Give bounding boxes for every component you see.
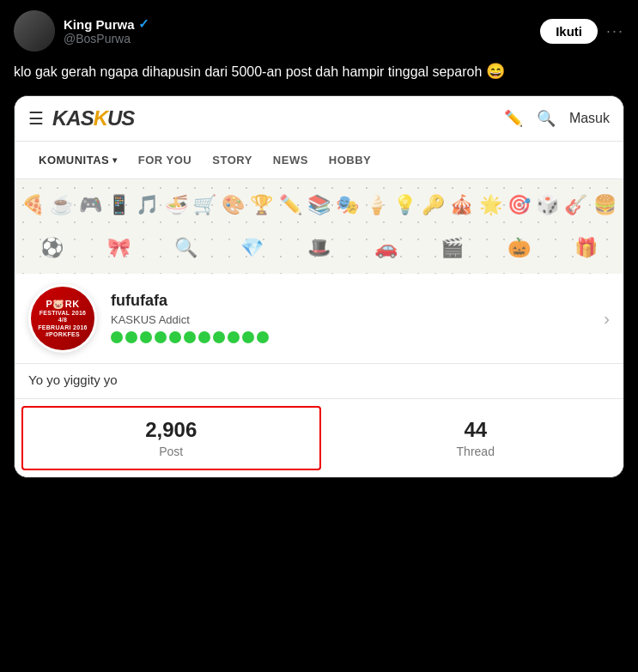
profile-section: P🐷RK FESTIVAL 2016 4/8 FEBRUARI 2016 #PO…	[15, 274, 623, 364]
rank-dot-4	[155, 331, 167, 343]
kaskus-embed-card: ☰ KASKUS ✏️ 🔍 Masuk KOMUNITAS ▾ FOR YOU …	[14, 95, 624, 478]
avatar-badge: P🐷RK FESTIVAL 2016 4/8 FEBRUARI 2016 #PO…	[31, 287, 94, 350]
rank-dot-6	[184, 331, 196, 343]
hamburger-icon[interactable]: ☰	[28, 108, 44, 129]
nav-news[interactable]: NEWS	[263, 148, 319, 172]
rank-dot-8	[213, 331, 225, 343]
rank-dot-10	[242, 331, 254, 343]
name-text: King Purwa	[64, 17, 135, 32]
profile-info: fufufafa KASKUS Addict	[111, 292, 590, 345]
user-info: King Purwa ✓ @BosPurwa	[64, 16, 149, 45]
more-button[interactable]: ···	[606, 22, 624, 40]
kaskus-header: ☰ KASKUS ✏️ 🔍 Masuk	[15, 96, 623, 142]
rank-dot-1	[111, 331, 123, 343]
banner-area: 🍕 ☕ 🎮 📱 🎵 🍜 🛒 🎨 🏆 ✏️ 📚 🎭 🍦 💡 🔑 🎪 🌟 🎯 🎲	[15, 179, 623, 274]
verified-icon: ✓	[138, 16, 149, 32]
badge-date: 4/8	[58, 317, 68, 324]
profile-bio: Yo yo yiggity yo	[15, 364, 623, 399]
thread-count: 44	[464, 418, 487, 443]
nav-story[interactable]: STORY	[202, 148, 263, 172]
nav-komunitas[interactable]: KOMUNITAS ▾	[28, 148, 128, 172]
masuk-button[interactable]: Masuk	[569, 111, 610, 126]
badge-title: P🐷RK	[46, 299, 79, 310]
rank-dot-2	[125, 331, 137, 343]
tweet-text: klo gak gerah ngapa dihapusin dari 5000-…	[14, 60, 624, 83]
username: @BosPurwa	[64, 32, 149, 45]
tweet-body: klo gak gerah ngapa dihapusin dari 5000-…	[14, 64, 482, 79]
tweet-header: King Purwa ✓ @BosPurwa Ikuti ···	[14, 10, 624, 51]
kaskus-nav: KOMUNITAS ▾ FOR YOU STORY NEWS HOBBY	[15, 142, 623, 179]
kaskus-logo: KASKUS	[52, 106, 134, 130]
rank-dot-7	[198, 331, 210, 343]
display-name: King Purwa ✓	[64, 16, 149, 32]
profile-avatar: P🐷RK FESTIVAL 2016 4/8 FEBRUARI 2016 #PO…	[28, 284, 97, 353]
bio-text: Yo yo yiggity yo	[28, 372, 118, 387]
tweet-user: King Purwa ✓ @BosPurwa	[14, 10, 149, 51]
rank-dots	[111, 331, 590, 343]
nav-hobby[interactable]: HOBBY	[319, 148, 381, 172]
kaskus-header-right: ✏️ 🔍 Masuk	[504, 109, 610, 128]
stat-post-box[interactable]: 2,906 Post	[21, 406, 321, 470]
follow-button[interactable]: Ikuti	[540, 19, 598, 44]
avatar	[14, 10, 55, 51]
pencil-icon[interactable]: ✏️	[504, 109, 523, 128]
post-count: 2,906	[145, 418, 197, 443]
stats-section: 2,906 Post 44 Thread	[15, 399, 623, 477]
nav-foryou[interactable]: FOR YOU	[128, 148, 203, 172]
badge-hashtag: #PORKFES	[46, 331, 80, 338]
stat-thread-box[interactable]: 44 Thread	[328, 399, 624, 477]
badge-subtitle: FESTIVAL 2016	[39, 310, 87, 317]
banner-doodles: 🍕 ☕ 🎮 📱 🎵 🍜 🛒 🎨 🏆 ✏️ 📚 🎭 🍦 💡 🔑 🎪 🌟 🎯 🎲	[15, 179, 623, 274]
profile-rank: KASKUS Addict	[111, 313, 590, 326]
komunitas-chevron-icon: ▾	[112, 155, 118, 165]
avatar-image	[14, 10, 55, 51]
search-icon[interactable]: 🔍	[537, 109, 556, 128]
kaskus-header-left: ☰ KASKUS	[28, 106, 134, 130]
rank-dot-5	[169, 331, 181, 343]
post-label: Post	[159, 445, 183, 458]
tweet-actions: Ikuti ···	[540, 19, 624, 44]
thread-label: Thread	[457, 445, 495, 458]
tweet-card: King Purwa ✓ @BosPurwa Ikuti ··· klo gak…	[0, 0, 638, 488]
badge-month: FEBRUARI 2016	[38, 324, 88, 331]
rank-dot-9	[228, 331, 240, 343]
rank-dot-11	[257, 331, 269, 343]
tweet-emoji: 😄	[486, 63, 505, 80]
profile-chevron-icon[interactable]: ›	[604, 309, 610, 329]
profile-name: fufufafa	[111, 292, 590, 310]
rank-dot-3	[140, 331, 152, 343]
